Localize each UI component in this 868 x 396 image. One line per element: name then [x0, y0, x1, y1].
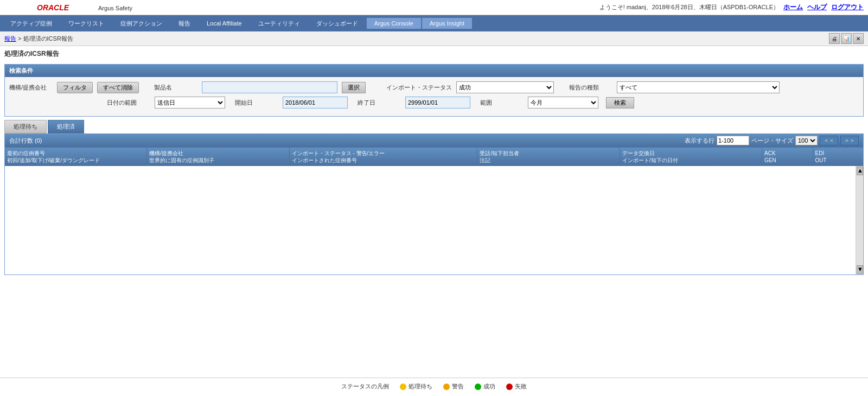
pagination: 表示する行 ページ・サイズ 100 50 25 ＜＜ ＞＞	[685, 136, 859, 145]
page-title: 処理済のICSR報告	[0, 46, 868, 62]
report-type-select[interactable]: すべて	[617, 81, 780, 93]
top-header: ORACLE Argus Safety ようこそ! madanj、2018年6月…	[0, 0, 868, 15]
print-icon[interactable]: 🖨	[829, 33, 840, 44]
date-range-select[interactable]: 送信日 受信日	[155, 97, 225, 108]
tab-argus-insight[interactable]: Argus Insight	[422, 17, 473, 29]
start-date-input[interactable]	[283, 97, 348, 108]
report-type-label: 報告の種類	[569, 84, 612, 92]
date-range-label: 日付の範囲	[107, 99, 150, 107]
legend-dot-pending	[400, 384, 406, 390]
col-receiver: 受話/知下担当者 注記	[477, 148, 620, 166]
logout-link[interactable]: ログアウト	[831, 3, 864, 12]
close-icon[interactable]: ✕	[853, 33, 864, 44]
search-row-1: 機構/提携会社 フィルタ すべて消除 製品名 選択 インポート・ステータス 成功…	[9, 81, 859, 93]
tab-pending[interactable]: 処理待ち	[4, 120, 47, 133]
legend-success: 成功	[475, 382, 495, 391]
search-header: 検索条件	[5, 65, 863, 77]
org-label: 機構/提携会社	[9, 84, 53, 92]
search-section: 検索条件 機構/提携会社 フィルタ すべて消除 製品名 選択 インポート・ステー…	[4, 64, 864, 117]
breadcrumb-current: 処理済のICSR報告	[23, 35, 73, 42]
export-icon[interactable]: 📊	[841, 33, 852, 44]
col-case-number: 最初の症例番号 初回/追加/取下げ/破棄/ダウングレード	[5, 148, 147, 166]
clear-button[interactable]: すべて消除	[97, 82, 139, 93]
range-label: 範囲	[480, 99, 524, 107]
product-name-input[interactable]	[202, 81, 337, 93]
tab-worklist[interactable]: ワークリスト	[60, 17, 112, 30]
legend-dot-failure	[506, 384, 513, 390]
tab-dashboard[interactable]: ダッシュボード	[308, 17, 366, 30]
help-link[interactable]: ヘルプ	[807, 3, 827, 12]
col-edi: EDI OUT	[813, 148, 863, 166]
tab-local-affiliate[interactable]: Local Affiliate	[199, 17, 250, 29]
display-rows-input[interactable]	[717, 136, 749, 145]
nav-bar: アクティブ症例 ワークリスト 症例アクション 報告 Local Affiliat…	[0, 15, 868, 31]
tab-reports[interactable]: 報告	[170, 17, 199, 30]
search-row-2: 日付の範囲 送信日 受信日 開始日 終了日 範囲 今月 先月 今年 先年 検索	[107, 97, 859, 108]
total-rows: 合計行数 (0)	[9, 137, 42, 145]
breadcrumb: 報告 > 処理済のICSR報告	[4, 35, 73, 43]
content-tabs: 処理待ち 処理済	[4, 120, 864, 133]
tab-utilities[interactable]: ユーティリティ	[250, 17, 308, 30]
breadcrumb-reports[interactable]: 報告	[4, 35, 16, 42]
select-button[interactable]: 選択	[342, 82, 366, 93]
home-link[interactable]: ホーム	[783, 3, 803, 12]
tab-case-actions[interactable]: 症例アクション	[112, 17, 170, 30]
end-date-label: 終了日	[358, 99, 401, 107]
legend-dot-warning	[443, 384, 450, 390]
page-size-select[interactable]: 100 50 25	[795, 136, 818, 145]
table-body: ▲ ▼	[5, 166, 863, 274]
next-button[interactable]: ＞＞	[840, 136, 859, 145]
legend-title: ステータスの凡例	[341, 382, 389, 391]
tab-argus-console[interactable]: Argus Console	[366, 17, 422, 29]
import-status-label: インポート・ステータス	[386, 84, 452, 92]
search-body: 機構/提携会社 フィルタ すべて消除 製品名 選択 インポート・ステータス 成功…	[5, 77, 863, 116]
col-ack: ACK GEN	[762, 148, 813, 166]
table-header: 最初の症例番号 初回/追加/取下げ/破棄/ダウングレード 機構/提携会社 世界的…	[5, 147, 863, 166]
top-right-nav: ようこそ! madanj、2018年6月28日、木曜日（ASPDB1-ORACL…	[599, 3, 864, 12]
results-header-bar: 合計行数 (0) 表示する行 ページ・サイズ 100 50 25 ＜＜ ＞＞	[5, 134, 863, 147]
prev-button[interactable]: ＜＜	[820, 136, 838, 145]
tab-processed[interactable]: 処理済	[48, 120, 84, 133]
col-date: データ交換日 インポート/知下の日付	[620, 148, 762, 166]
legend-failure: 失敗	[506, 382, 527, 391]
col-org: 機構/提携会社 世界的に固有の症例識別子	[147, 148, 289, 166]
start-date-label: 開始日	[235, 99, 278, 107]
app-title: Argus Safety	[98, 5, 132, 11]
tab-active-cases[interactable]: アクティブ症例	[2, 17, 60, 30]
import-status-select[interactable]: 成功 すべて 警告 失敗	[456, 81, 554, 93]
filter-button[interactable]: フィルタ	[57, 82, 93, 93]
legend-warning: 警告	[443, 382, 464, 391]
search-button[interactable]: 検索	[606, 97, 634, 108]
end-date-input[interactable]	[405, 97, 470, 108]
status-legend: ステータスの凡例 処理待ち 警告 成功 失敗	[0, 378, 868, 391]
legend-dot-success	[475, 384, 481, 390]
oracle-logo: ORACLE Argus Safety	[4, 3, 132, 12]
legend-pending: 処理待ち	[400, 382, 432, 391]
results-area: 合計行数 (0) 表示する行 ページ・サイズ 100 50 25 ＜＜ ＞＞ 最…	[4, 133, 864, 275]
welcome-text: ようこそ! madanj、2018年6月28日、木曜日（ASPDB1-ORACL…	[599, 3, 779, 11]
col-import-status: インポート・ステータス - 警告/エラー インポートされた症例番号	[290, 148, 478, 166]
range-select[interactable]: 今月 先月 今年 先年	[528, 97, 598, 108]
product-name-label: 製品名	[154, 84, 197, 92]
